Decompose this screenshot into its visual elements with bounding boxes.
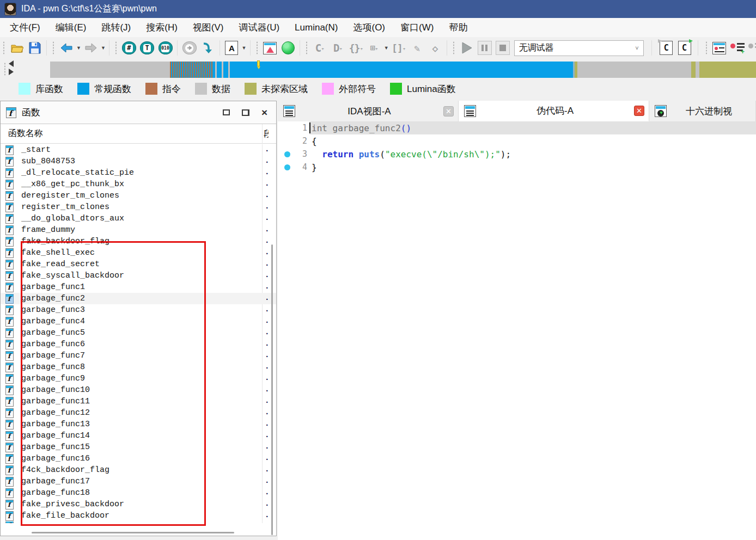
- function-row[interactable]: garbage_func2.: [1, 293, 276, 304]
- navband-segment[interactable]: [230, 62, 573, 78]
- remove-icon[interactable]: ◇: [427, 40, 443, 56]
- menu-item-9[interactable]: 帮助: [441, 19, 475, 36]
- navigate-back-button[interactable]: [58, 40, 74, 56]
- toolbar-drag-handle[interactable]: [2, 41, 5, 55]
- debugger-select[interactable]: 无调试器˅: [514, 40, 644, 56]
- debugger-stop-button[interactable]: [495, 40, 510, 56]
- add-window-icon[interactable]: ⊞₊: [366, 40, 382, 56]
- function-row[interactable]: garbage_func8.: [1, 361, 276, 373]
- create-array-icon[interactable]: []₊: [391, 40, 406, 56]
- function-row[interactable]: garbage_func14.: [1, 430, 276, 441]
- add-breakpoint-icon[interactable]: +: [729, 40, 745, 56]
- toolbar-drag-handle[interactable]: [114, 41, 118, 55]
- functions-vertical-scrollbar[interactable]: [271, 244, 273, 535]
- function-row[interactable]: garbage_func17.: [1, 476, 276, 487]
- function-row[interactable]: garbage_func16.: [1, 453, 276, 464]
- function-row[interactable]: _start.: [1, 144, 276, 156]
- create-data-icon[interactable]: D₊: [330, 40, 345, 56]
- menu-item-5[interactable]: 调试器(U): [231, 19, 288, 36]
- menu-item-0[interactable]: 文件(F): [2, 19, 48, 36]
- navband-segment[interactable]: [577, 62, 691, 78]
- navband-segment[interactable]: [699, 62, 756, 78]
- navband-segment[interactable]: [691, 62, 696, 78]
- toolbar-drag-handle[interactable]: [705, 41, 708, 55]
- function-row[interactable]: garbage_func5.: [1, 327, 276, 339]
- column-segment-header[interactable]: 段: [264, 128, 269, 140]
- breakpoint-list-icon[interactable]: [711, 40, 727, 56]
- add-window-dropdown[interactable]: ▼: [383, 40, 389, 56]
- function-row[interactable]: register_tm_clones.: [1, 201, 276, 213]
- ascii-string-dropdown[interactable]: ▼: [241, 40, 247, 56]
- navband-right-arrow[interactable]: [9, 69, 14, 75]
- pseudocode-line[interactable]: 2{: [278, 134, 756, 148]
- function-row[interactable]: deregister_tm_clones.: [1, 190, 276, 201]
- navband-drag-handle[interactable]: [3, 62, 7, 76]
- navigate-forward-button[interactable]: [83, 40, 99, 56]
- functions-column-header[interactable]: 函数名称 段: [1, 124, 276, 144]
- navband-segment[interactable]: [217, 62, 222, 78]
- function-row[interactable]: fake_read_secret.: [1, 259, 276, 270]
- binary-operand-icon[interactable]: 010: [157, 40, 173, 56]
- function-row[interactable]: fake_privesc_backdoor.: [1, 499, 276, 510]
- menu-item-4[interactable]: 视图(V): [185, 19, 231, 36]
- function-row[interactable]: garbage_func11.: [1, 396, 276, 407]
- tab-伪代码-A[interactable]: 伪代码-A✕: [459, 101, 649, 121]
- toolbar-drag-handle[interactable]: [255, 41, 259, 55]
- function-row[interactable]: garbage_func4.: [1, 316, 276, 327]
- column-name-header[interactable]: 函数名称: [1, 128, 43, 139]
- jump-button[interactable]: [199, 40, 215, 56]
- debugger-start-button[interactable]: [459, 40, 474, 56]
- functions-panel-titlebar[interactable]: 函数 ×: [1, 101, 276, 124]
- navband-segment[interactable]: [170, 62, 212, 78]
- function-row[interactable]: garbage_func10.: [1, 384, 276, 396]
- debugger-pause-button[interactable]: [477, 40, 492, 56]
- pseudocode-line[interactable]: 3 return puts("execve(\"/bin/sh\");");: [278, 148, 756, 161]
- pseudocode-view[interactable]: 1int garbage_func2()2{3 return puts("exe…: [278, 121, 756, 540]
- tab-close-button[interactable]: ✕: [634, 106, 644, 116]
- function-row[interactable]: __do_global_dtors_aux.: [1, 213, 276, 224]
- function-row[interactable]: fake_shell_exec.: [1, 247, 276, 259]
- function-row[interactable]: garbage_func18.: [1, 487, 276, 499]
- function-row-partial[interactable]: [1, 521, 276, 523]
- menu-item-6[interactable]: Lumina(N): [287, 20, 345, 35]
- function-row[interactable]: frame_dummy.: [1, 224, 276, 236]
- function-row[interactable]: __x86_get_pc_thunk_bx.: [1, 179, 276, 190]
- function-row[interactable]: f4ck_backdoor_flag.: [1, 464, 276, 476]
- text-operand-icon[interactable]: T: [139, 40, 155, 56]
- navband-segment[interactable]: [696, 62, 699, 78]
- run-c-icon[interactable]: C: [676, 40, 692, 56]
- menu-item-2[interactable]: 跳转(J): [94, 19, 138, 36]
- disabled-breakpoint-icon[interactable]: [748, 40, 756, 56]
- navband-toggle-icon[interactable]: [262, 40, 278, 56]
- save-button[interactable]: [27, 40, 42, 56]
- function-row[interactable]: garbage_func13.: [1, 419, 276, 430]
- offset-operand-icon[interactable]: [181, 40, 197, 56]
- panel-maximize-button[interactable]: [223, 109, 230, 115]
- menu-item-8[interactable]: 窗口(W): [393, 19, 441, 36]
- function-row[interactable]: garbage_func12.: [1, 407, 276, 419]
- open-file-button[interactable]: [9, 40, 25, 56]
- source-c-flag-icon[interactable]: C: [659, 40, 674, 56]
- panel-close-button[interactable]: ×: [261, 109, 267, 116]
- panel-float-button[interactable]: [242, 109, 249, 116]
- functions-horizontal-scrollbar[interactable]: [32, 532, 234, 533]
- tab-close-button[interactable]: ✕: [443, 106, 454, 116]
- navigate-back-dropdown[interactable]: ▼: [76, 40, 82, 56]
- function-row[interactable]: fake_file_backdoor.: [1, 510, 276, 521]
- navigation-band[interactable]: [50, 62, 756, 78]
- menu-item-3[interactable]: 搜索(H): [138, 19, 185, 36]
- pseudocode-line[interactable]: 4}: [278, 161, 756, 174]
- function-row[interactable]: garbage_func15.: [1, 441, 276, 453]
- navband-segment[interactable]: [50, 62, 170, 78]
- toolbar-drag-handle[interactable]: [52, 41, 55, 55]
- function-row[interactable]: garbage_func3.: [1, 304, 276, 316]
- tab-十六进制视[interactable]: 十六进制视: [649, 101, 756, 121]
- lumina-status-icon[interactable]: [280, 40, 296, 56]
- navband-segment[interactable]: [223, 62, 228, 78]
- navband-left-arrow[interactable]: [9, 60, 14, 67]
- edit-icon[interactable]: ✎: [409, 40, 424, 56]
- create-enum-icon[interactable]: {}₊: [348, 40, 364, 56]
- function-row[interactable]: garbage_func7.: [1, 350, 276, 361]
- navigate-forward-dropdown[interactable]: ▼: [100, 40, 107, 56]
- function-row[interactable]: fake_backdoor_flag.: [1, 236, 276, 247]
